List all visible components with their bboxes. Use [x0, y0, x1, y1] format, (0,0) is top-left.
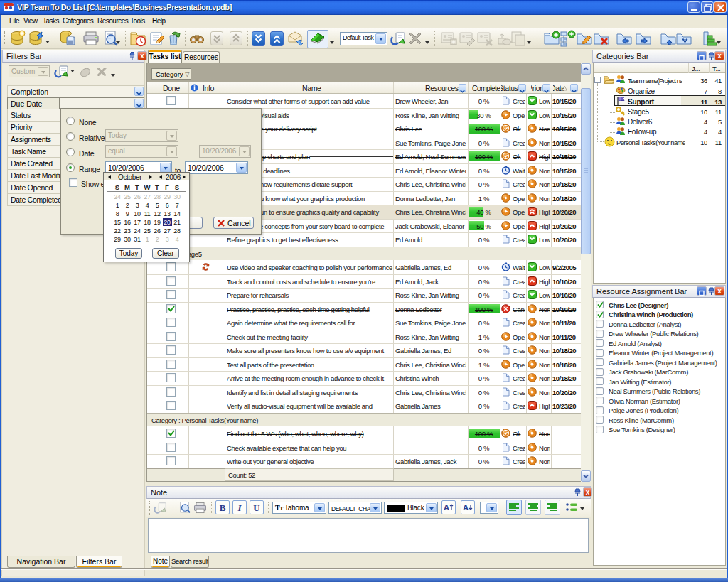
- svg-text:A: A: [444, 503, 449, 512]
- svg-text:A: A: [463, 503, 469, 512]
